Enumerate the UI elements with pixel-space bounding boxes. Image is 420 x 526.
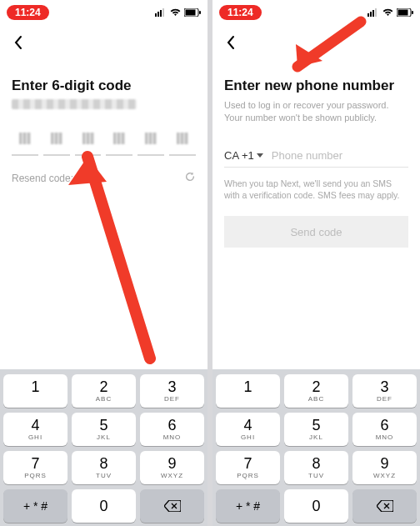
code-digit-2[interactable] [43,129,70,156]
resend-seconds: 49s [79,173,95,184]
key-4[interactable]: 4GHI [216,413,280,446]
page-title: Enter 6-digit code [12,78,196,94]
svg-rect-13 [412,11,413,14]
status-bar: 11:24 [0,0,208,22]
sms-note: When you tap Next, we'll send you an SMS… [224,178,408,201]
key-6[interactable]: 6MNO [140,413,204,446]
svg-rect-0 [155,13,157,17]
key-2[interactable]: 2ABC [284,374,348,408]
chevron-left-icon [13,35,23,50]
key-6[interactable]: 6MNO [352,413,417,446]
key-9[interactable]: 9WXYZ [352,451,417,484]
svg-rect-2 [160,10,162,17]
subtitle-blurred [12,99,137,109]
wifi-icon [382,8,393,17]
send-code-button[interactable]: Send code [224,216,408,248]
reload-icon [184,171,196,183]
key-3[interactable]: 3DEF [140,374,204,408]
svg-rect-5 [186,10,196,16]
chevron-left-icon [226,35,236,50]
resend-row: Resend code: 49s [12,171,196,185]
key-symbols[interactable]: + * # [3,489,68,523]
svg-rect-3 [162,8,164,17]
numeric-keypad: 1 2ABC3DEF4GHI5JKL6MNO7PQRS8TUV9WXYZ+ * … [212,369,420,526]
page-title: Enter new phone number [224,78,408,94]
key-5[interactable]: 5JKL [72,413,136,446]
resend-label: Resend code: [12,173,73,184]
key-8[interactable]: 8TUV [72,451,136,484]
code-input-row[interactable] [12,129,196,156]
key-8[interactable]: 8TUV [284,451,348,484]
code-digit-1[interactable] [12,129,38,156]
svg-rect-12 [398,10,408,16]
status-time: 11:24 [219,5,262,20]
signal-icon [155,8,167,17]
key-symbols[interactable]: + * # [216,489,280,523]
key-9[interactable]: 9WXYZ [140,451,204,484]
code-digit-5[interactable] [138,129,164,156]
back-button[interactable] [224,33,238,54]
key-3[interactable]: 3DEF [352,374,417,408]
status-bar: 11:24 [212,0,420,22]
svg-rect-10 [375,8,377,17]
svg-rect-9 [372,10,374,17]
signal-icon [368,8,379,17]
caret-down-icon [257,153,263,158]
status-indicators [368,8,413,17]
battery-icon [184,8,201,17]
wifi-icon [170,8,181,17]
country-code-label: CA +1 [224,149,254,162]
back-button[interactable] [12,33,25,54]
key-7[interactable]: 7PQRS [3,451,68,484]
key-0[interactable]: 0 [72,489,136,523]
numeric-keypad: 1 2ABC3DEF4GHI5JKL6MNO7PQRS8TUV9WXYZ+ * … [0,369,208,526]
key-5[interactable]: 5JKL [284,413,348,446]
key-7[interactable]: 7PQRS [216,451,280,484]
key-backspace[interactable] [352,489,417,523]
svg-rect-6 [199,11,201,14]
svg-rect-7 [368,13,369,17]
svg-rect-8 [370,12,372,17]
key-backspace[interactable] [140,489,204,523]
svg-rect-1 [158,12,159,17]
key-2[interactable]: 2ABC [72,374,136,408]
phone-input[interactable]: Phone number [272,149,342,162]
status-indicators [155,8,201,17]
country-code-selector[interactable]: CA +1 [224,149,272,162]
key-4[interactable]: 4GHI [3,413,68,446]
page-subtitle: Used to log in or recover your password.… [224,99,408,124]
key-1[interactable]: 1 [216,374,280,408]
reload-button[interactable] [184,171,196,185]
code-digit-4[interactable] [106,129,132,156]
code-digit-6[interactable] [169,129,196,156]
code-digit-3[interactable] [75,129,102,156]
status-time: 11:24 [7,5,49,20]
send-code-label: Send code [290,226,342,238]
key-0[interactable]: 0 [284,489,348,523]
key-1[interactable]: 1 [3,374,68,408]
battery-icon [397,8,413,17]
